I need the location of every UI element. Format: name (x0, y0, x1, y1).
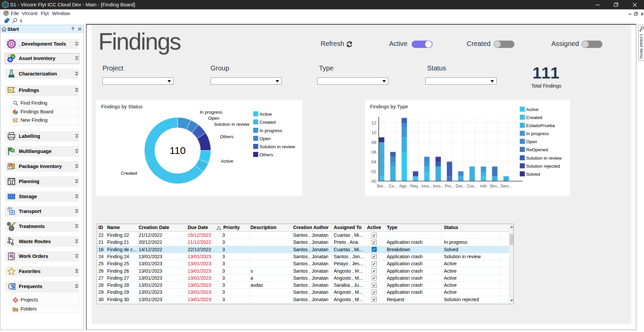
svg-text:Serv...: Serv... (501, 184, 512, 188)
svg-text:Doc...: Doc... (456, 184, 466, 188)
svg-text:04: 04 (371, 159, 377, 164)
svg-text:10: 10 (371, 130, 376, 135)
svg-text:12: 12 (9, 180, 13, 184)
svg-text:App...: App... (399, 184, 409, 188)
svg-text:00: 00 (371, 179, 376, 184)
svg-text:Bre...: Bre... (377, 184, 386, 188)
svg-text:06: 06 (371, 150, 376, 155)
svg-text:08: 08 (371, 140, 376, 145)
svg-text:02: 02 (371, 169, 376, 174)
svg-text:Info: Info (480, 184, 487, 188)
svg-text:Cos...: Cos... (467, 184, 477, 188)
svg-text:12: 12 (371, 120, 376, 125)
svg-text:Pro...: Pro... (445, 184, 454, 188)
svg-text:Inco...: Inco... (433, 184, 444, 188)
svg-text:Req...: Req... (410, 184, 421, 188)
svg-text:110: 110 (170, 145, 186, 156)
svg-text:Co...: Co... (389, 184, 397, 188)
svg-text:Inco...: Inco... (421, 184, 432, 188)
svg-text:Stru...: Stru... (490, 184, 500, 188)
